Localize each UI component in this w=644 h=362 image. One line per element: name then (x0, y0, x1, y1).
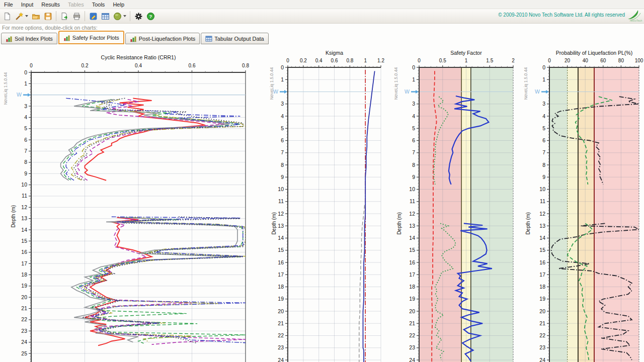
help-button[interactable]: ? (144, 10, 156, 22)
svg-text:1.5: 1.5 (486, 58, 493, 63)
svg-text:12: 12 (21, 204, 27, 210)
save-button[interactable] (42, 10, 54, 22)
svg-text:0: 0 (418, 58, 421, 63)
svg-text:4: 4 (281, 113, 284, 119)
crr-chart-panel[interactable]: 00.20.40.60.8013456789101112131415161718… (0, 44, 269, 362)
menu-results[interactable]: Results (37, 1, 64, 8)
svg-text:17: 17 (539, 272, 545, 278)
svg-text:20: 20 (565, 58, 571, 63)
depth-axis-label: Depth (m) (396, 212, 402, 234)
probability-liquefaction-chart-panel[interactable]: 0204060801000134567891011121314151617181… (523, 44, 644, 362)
svg-text:8: 8 (24, 159, 27, 165)
svg-text:0: 0 (281, 64, 284, 70)
ksigma-chart[interactable]: 00.20.40.60.811.201345678910111213141516… (269, 44, 392, 362)
tab-soil-index-plots[interactable]: Soil Index Plots (1, 33, 57, 44)
svg-text:4: 4 (24, 114, 27, 120)
globe-dropdown-arrow[interactable] (123, 15, 126, 17)
crr-chart[interactable]: 00.20.40.60.8013456789101112131415161718… (0, 44, 269, 362)
watermark-text: NovoLiq 1.5.0.44 (269, 67, 274, 100)
svg-text:13: 13 (409, 223, 415, 229)
export-report-icon (60, 12, 69, 21)
svg-text:14: 14 (21, 227, 27, 233)
copyright-text: © 2009-2010 Novo Tech Software Ltd. All … (498, 12, 625, 18)
globe-icon (113, 12, 122, 21)
bar-chart-icon (63, 34, 70, 41)
depth-axis-label: Depth (m) (11, 205, 16, 227)
svg-text:5: 5 (412, 125, 415, 131)
svg-text:17: 17 (278, 272, 284, 278)
globe-button[interactable] (111, 10, 123, 22)
menu-input[interactable]: Input (17, 1, 37, 8)
chart-title: Ksigma (326, 50, 343, 56)
bar-chart-icon (6, 35, 13, 42)
svg-text:10: 10 (539, 186, 545, 192)
tab-post-liquefaction-plots[interactable]: Post-Liquefaction Plots (125, 33, 200, 44)
svg-text:9: 9 (281, 174, 284, 180)
svg-text:0.8: 0.8 (242, 63, 249, 68)
safety-factor-chart[interactable]: 00.511.520134567891011121314151617181920… (392, 44, 523, 362)
svg-text:1: 1 (364, 58, 367, 63)
svg-text:8: 8 (542, 162, 545, 168)
svg-text:6: 6 (281, 137, 284, 143)
svg-text:12: 12 (409, 211, 415, 217)
chart-area: 00.20.40.60.8013456789101112131415161718… (0, 44, 644, 362)
print-button[interactable] (70, 10, 83, 22)
svg-text:7: 7 (412, 149, 415, 155)
menu-file[interactable]: File (0, 1, 17, 8)
water-table-marker: W (535, 88, 540, 95)
series-olive (82, 217, 246, 342)
svg-text:21: 21 (21, 305, 27, 311)
tab-tabular-output-data[interactable]: Tabular Output Data (201, 33, 268, 44)
watermark-text: NovoLiq 1.5.0.44 (3, 72, 8, 105)
new-document-button[interactable] (1, 10, 13, 22)
open-folder-button[interactable] (30, 10, 42, 22)
svg-text:4: 4 (412, 113, 415, 119)
wizard-wand-icon (15, 12, 24, 21)
menu-help[interactable]: Help (109, 1, 128, 8)
svg-text:7: 7 (542, 149, 545, 155)
svg-text:11: 11 (278, 198, 284, 204)
svg-text:3: 3 (542, 101, 545, 107)
svg-text:80: 80 (618, 58, 624, 63)
svg-text:20: 20 (278, 308, 284, 314)
safety-factor-chart-panel[interactable]: 00.511.520134567891011121314151617181920… (392, 44, 523, 362)
svg-text:3: 3 (281, 101, 284, 107)
menu-tools[interactable]: Tools (88, 1, 109, 8)
svg-text:10: 10 (21, 182, 27, 188)
svg-text:19: 19 (278, 296, 284, 302)
svg-text:14: 14 (278, 235, 284, 241)
svg-text:24: 24 (21, 339, 27, 345)
export-report-button[interactable] (58, 10, 70, 22)
water-table-marker: W (405, 88, 410, 95)
svg-text:23: 23 (21, 328, 27, 334)
svg-text:13: 13 (21, 215, 27, 221)
novotech-logo: NovoTech (626, 9, 643, 24)
ksigma-chart-panel[interactable]: 00.20.40.60.811.201345678910111213141516… (269, 44, 392, 362)
svg-text:1: 1 (412, 76, 415, 82)
svg-text:0.6: 0.6 (331, 58, 338, 63)
series-magenta (85, 219, 246, 344)
depth-axis-label: Depth (m) (271, 212, 277, 234)
probability-liquefaction-chart[interactable]: 0204060801000134567891011121314151617181… (523, 44, 644, 362)
svg-text:22: 22 (409, 332, 415, 338)
data-table-button[interactable] (99, 10, 111, 22)
wizard-dropdown-arrow[interactable] (25, 15, 28, 17)
svg-text:7: 7 (24, 148, 27, 154)
data-table-icon (101, 12, 110, 21)
settings-button[interactable] (132, 10, 144, 22)
svg-text:19: 19 (539, 296, 545, 302)
edit-button[interactable] (87, 10, 99, 22)
svg-text:?: ? (149, 13, 152, 19)
tab-safety-factor-plots[interactable]: Safety Factor Plots (58, 31, 124, 44)
svg-text:18: 18 (539, 284, 545, 290)
print-icon (72, 12, 81, 21)
new-document-icon (3, 12, 12, 21)
svg-text:24: 24 (278, 357, 284, 362)
svg-text:16: 16 (21, 249, 27, 255)
svg-text:20: 20 (409, 308, 415, 314)
svg-text:19: 19 (21, 283, 27, 289)
svg-text:23: 23 (409, 344, 415, 350)
wizard-button[interactable] (13, 10, 25, 22)
svg-text:1: 1 (281, 76, 284, 82)
svg-text:1: 1 (465, 58, 468, 63)
